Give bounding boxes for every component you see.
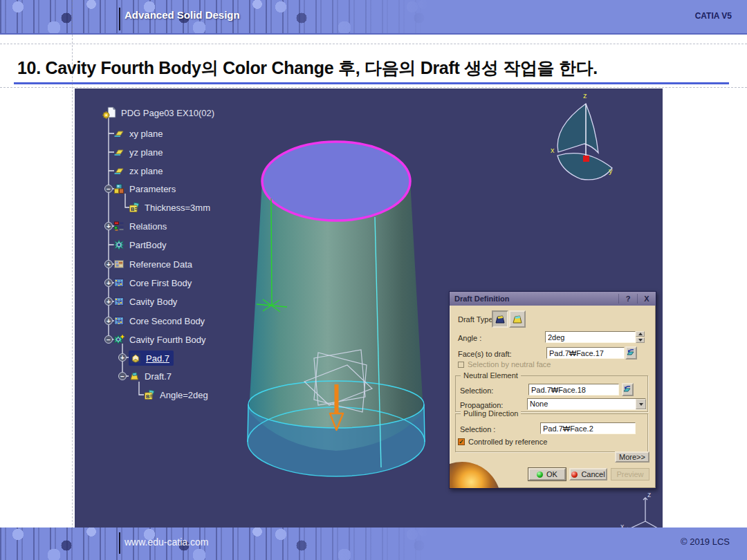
tree-item-label: Draft.7: [145, 371, 172, 382]
face-select-icon: [623, 385, 632, 394]
face-select-icon: [627, 348, 636, 357]
tree-item-cavity-fourth-body[interactable]: Cavity Fourth Body: [113, 333, 206, 346]
svg-text:B: B: [131, 206, 135, 212]
cancel-button[interactable]: Cancel: [569, 468, 607, 480]
controlled-by-reference-label: Controlled by reference: [468, 438, 547, 446]
tree-expander-parameters-icon[interactable]: −: [104, 185, 113, 193]
tree-item-relations[interactable]: Relations: [113, 219, 167, 233]
brand-label: CATIA V5: [695, 11, 732, 21]
draft-definition-dialog[interactable]: Draft Definition ? X Draft Type: Angle :…: [449, 291, 656, 489]
plane-icon: [113, 128, 124, 139]
tree-item-reference-data[interactable]: Reference Data: [113, 257, 192, 271]
ok-button[interactable]: OK: [528, 468, 566, 480]
tree-item-zx-plane[interactable]: zx plane: [113, 164, 163, 178]
draft-constant-icon: [494, 313, 506, 326]
selection-by-neutral-face-label: Selection by neutral face: [468, 360, 551, 368]
more-button[interactable]: More>>: [615, 451, 649, 463]
faces-to-draft-input[interactable]: [546, 347, 625, 359]
axis-triad: [626, 498, 663, 528]
neutral-selection-input[interactable]: [528, 384, 619, 395]
tree-item-yz-plane[interactable]: yz plane: [113, 145, 163, 159]
neutral-select-button[interactable]: [622, 383, 634, 396]
axis-x-label: x: [620, 522, 625, 528]
draft-type-label: Draft Type:: [458, 315, 495, 324]
placeholder-guide-left: [72, 0, 73, 560]
slide: Advanced Solid Design CATIA V5 10. Cavit…: [0, 0, 747, 560]
compass-y-label: y: [609, 167, 613, 175]
body-icon: [113, 277, 124, 288]
tree-item-core-second-body[interactable]: Core Second Body: [113, 314, 205, 328]
footer-banner: www.edu-catia.com © 2019 LCS: [0, 528, 747, 560]
tree-item-label: Core First Body: [129, 278, 192, 288]
pulling-selection-input[interactable]: [540, 422, 636, 434]
placeholder-guide-top: [0, 44, 747, 44]
tree-item-pad-7[interactable]: Pad.7: [129, 351, 174, 366]
tree-expander-core-second-body-icon[interactable]: +: [104, 317, 113, 325]
draft-type-variable-button[interactable]: [509, 310, 526, 328]
controlled-by-reference-checkbox[interactable]: ✓: [458, 438, 465, 445]
catia-3d-viewport[interactable]: z x y z x y PDG Page03 EX10(02)xy planey…: [75, 88, 663, 528]
tree-expander-pad-7-icon[interactable]: +: [118, 353, 127, 362]
draft-icon: [129, 371, 140, 382]
tree-item-cavity-body[interactable]: Cavity Body: [113, 295, 177, 308]
cavity-fourth-icon: [113, 334, 124, 345]
tree-expander-relations-icon[interactable]: +: [104, 222, 113, 230]
course-title: Advanced Solid Design: [124, 9, 240, 21]
tree-item-label: Core Second Body: [129, 316, 205, 326]
propagation-value: None: [530, 400, 548, 408]
tree-item-pdg-page03-ex10-02[interactable]: PDG Page03 EX10(02): [102, 106, 214, 120]
tree-item-label: PDG Page03 EX10(02): [121, 108, 214, 118]
parameters-icon: [113, 183, 124, 194]
angle-input[interactable]: [545, 331, 636, 343]
tree-item-angle-2deg[interactable]: BAngle=2deg: [144, 388, 208, 402]
relations-icon: [113, 221, 124, 232]
footer-copyright: © 2019 LCS: [681, 536, 730, 547]
header-banner: Advanced Solid Design CATIA V5: [0, 0, 747, 35]
tree-item-thickness-3mm[interactable]: BThickness=3mm: [129, 200, 210, 214]
tree-expander-cavity-fourth-body-icon[interactable]: −: [104, 335, 113, 344]
spinner-down-icon[interactable]: [636, 337, 645, 343]
tree-item-label: PartBody: [129, 240, 166, 250]
tree-item-label: Cavity Fourth Body: [129, 335, 206, 345]
compass-x-label: x: [551, 146, 555, 154]
tree-item-parameters[interactable]: Parameters: [113, 182, 176, 196]
formula-icon: B: [129, 202, 140, 213]
tree-item-xy-plane[interactable]: xy plane: [113, 127, 163, 140]
pad-icon: [130, 353, 141, 364]
top-face: [262, 142, 410, 221]
preview-button[interactable]: Preview: [611, 468, 649, 480]
spinner-up-icon[interactable]: [636, 331, 645, 337]
tree-expander-core-first-body-icon[interactable]: +: [104, 279, 113, 287]
close-button[interactable]: X: [637, 294, 656, 304]
angle-label: Angle :: [458, 334, 481, 342]
tree-item-core-first-body[interactable]: Core First Body: [113, 276, 192, 290]
dialog-titlebar[interactable]: Draft Definition ? X: [450, 292, 656, 306]
plane-icon: [113, 165, 124, 176]
faces-select-button[interactable]: [625, 346, 637, 360]
svg-text:B: B: [146, 393, 150, 400]
body-icon: [113, 315, 124, 326]
plane-icon: [113, 147, 124, 158]
tree-expander-reference-data-icon[interactable]: +: [104, 260, 113, 268]
tree-item-draft-7[interactable]: Draft.7: [129, 369, 172, 383]
propagation-dropdown-arrow-icon[interactable]: [636, 399, 646, 409]
cancel-led-icon: [571, 472, 578, 478]
selection-by-neutral-face-checkbox[interactable]: [458, 362, 464, 368]
body-icon: [113, 296, 124, 307]
help-button[interactable]: ?: [618, 294, 637, 304]
tree-item-partbody[interactable]: PartBody: [113, 238, 166, 252]
pulling-direction-legend: Pulling Direction: [461, 409, 521, 418]
tree-item-label: Reference Data: [129, 259, 192, 270]
pulling-selection-label: Selection :: [460, 425, 495, 433]
formula-icon: B: [144, 389, 155, 400]
draft-type-constant-button[interactable]: [492, 310, 508, 328]
tree-item-label: Pad.7: [146, 353, 169, 364]
compass[interactable]: z x y: [551, 91, 613, 180]
propagation-dropdown[interactable]: None: [527, 398, 646, 410]
tree-expander-cavity-body-icon[interactable]: +: [104, 297, 113, 306]
tree-expander-draft-7-icon[interactable]: −: [118, 372, 127, 380]
angle-spinner[interactable]: [636, 331, 645, 343]
footer-website[interactable]: www.edu-catia.com: [124, 536, 208, 548]
partbody-icon: [113, 239, 124, 250]
ok-led-icon: [537, 472, 543, 478]
